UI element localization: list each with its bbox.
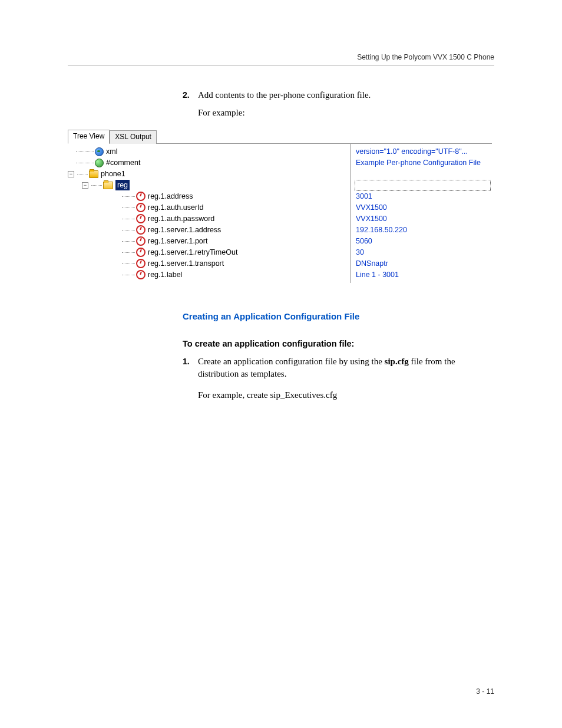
tree-label: reg.1.auth.userId	[148, 202, 204, 213]
tree-label: reg.1.label	[148, 269, 182, 280]
tree-node-attr[interactable]: reg.1.server.1.port	[68, 236, 351, 247]
tree-value: VVX1500	[355, 213, 492, 225]
attribute-icon	[136, 236, 146, 246]
xml-decl-icon	[95, 147, 104, 156]
tree-right-pane: version="1.0" encoding="UTF-8"... Exampl…	[351, 144, 492, 283]
subsection-heading: To create an application configuration f…	[183, 339, 494, 348]
page-header: Setting Up the Polycom VVX 1500 C Phone	[68, 53, 494, 65]
tree-value: VVX1500	[355, 202, 492, 213]
attribute-icon	[136, 270, 146, 279]
tree-node-attr[interactable]: reg.1.auth.password	[68, 213, 351, 225]
tree-value: DNSnaptr	[355, 258, 492, 269]
step-1: 1. Create an application configuration f…	[183, 355, 494, 381]
tree-node-xml[interactable]: xml	[68, 146, 351, 157]
tree-label: reg.1.server.1.port	[148, 236, 207, 246]
attribute-icon	[136, 225, 146, 235]
step-1-continue: For example, create sip_Executives.cfg	[183, 389, 494, 402]
tree-value: 30	[355, 247, 492, 258]
tree-label: xml	[106, 146, 117, 157]
tree-left-pane: xml #comment − phone1 −	[68, 144, 351, 283]
tree-label: reg.1.auth.password	[148, 213, 214, 224]
tree-node-attr[interactable]: reg.1.server.1.retryTimeOut	[68, 247, 351, 258]
tree-value-empty	[355, 169, 492, 180]
tab-tree-view[interactable]: Tree View	[68, 130, 110, 143]
expander-icon[interactable]: −	[68, 171, 74, 177]
step-1-number: 1.	[183, 355, 190, 367]
tab-xsl-output[interactable]: XSL Output	[110, 130, 157, 143]
tree-value: 5060	[355, 236, 492, 247]
tree-node-reg[interactable]: − reg	[68, 180, 351, 191]
folder-open-icon	[103, 182, 113, 189]
step-2-continue: For example:	[183, 107, 494, 120]
step-2-text: Add contents to the per-phone configurat…	[198, 90, 371, 100]
attribute-icon	[136, 203, 146, 212]
tree-value: version="1.0" encoding="UTF-8"...	[355, 146, 492, 157]
attribute-icon	[136, 192, 146, 201]
tree-node-comment[interactable]: #comment	[68, 157, 351, 169]
tree-label: phone1	[101, 169, 125, 179]
folder-icon	[89, 170, 98, 178]
page-number: 3 - 11	[476, 687, 494, 696]
tree-value: Line 1 - 3001	[355, 269, 492, 281]
step-1-bold: sip.cfg	[385, 357, 409, 366]
attribute-icon	[136, 214, 146, 223]
attribute-icon	[136, 248, 146, 257]
tree-node-attr[interactable]: reg.1.label	[68, 269, 351, 281]
tree-label: #comment	[106, 157, 140, 168]
comment-icon	[95, 159, 104, 167]
step-2: 2. Add contents to the per-phone configu…	[183, 89, 494, 102]
tab-bar: Tree View XSL Output	[68, 130, 492, 143]
selected-value-box	[355, 180, 491, 191]
tree-node-attr[interactable]: reg.1.server.1.address	[68, 225, 351, 236]
tree-node-phone1[interactable]: − phone1	[68, 169, 351, 180]
tree-value: 3001	[355, 191, 492, 202]
tree-value: Example Per-phone Configuration File	[355, 157, 492, 169]
tree-label: reg.1.address	[148, 191, 193, 202]
section-heading: Creating an Application Configuration Fi…	[183, 311, 494, 321]
tree-label: reg.1.server.1.retryTimeOut	[148, 247, 237, 258]
tree-value: 192.168.50.220	[355, 225, 492, 236]
step-2-number: 2.	[183, 89, 190, 101]
tree-node-attr[interactable]: reg.1.address	[68, 191, 351, 202]
xml-tree-screenshot: Tree View XSL Output xml #comment −	[68, 130, 492, 283]
tree-node-attr[interactable]: reg.1.auth.userId	[68, 202, 351, 213]
expander-icon[interactable]: −	[82, 182, 88, 189]
tree-label-selected: reg	[115, 180, 130, 190]
attribute-icon	[136, 259, 146, 268]
tree-label: reg.1.server.1.address	[148, 225, 221, 235]
step-1-text-a: Create an application configuration file…	[198, 357, 385, 366]
tree-node-attr[interactable]: reg.1.server.1.transport	[68, 258, 351, 269]
tree-label: reg.1.server.1.transport	[148, 258, 224, 269]
